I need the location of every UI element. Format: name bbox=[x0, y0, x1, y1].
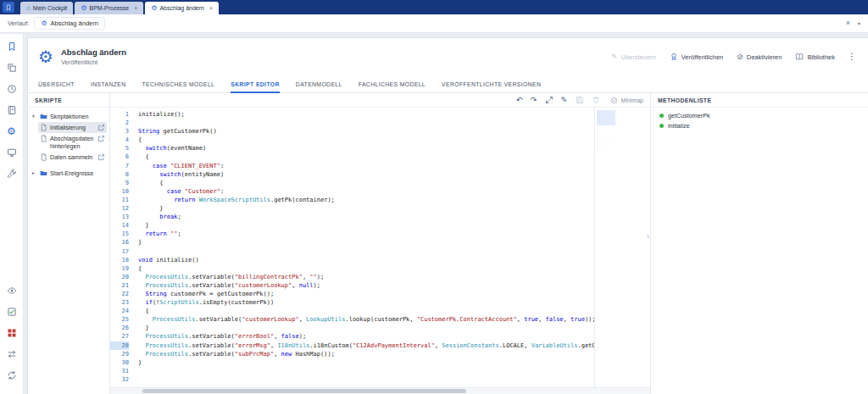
wrench-icon bbox=[7, 169, 17, 179]
line-number: 16 bbox=[110, 238, 129, 247]
section-tab[interactable]: INSTANZEN bbox=[91, 81, 126, 93]
section-tab[interactable]: DATENMODELL bbox=[296, 81, 342, 93]
scripts-panel-title: SKRIPTE bbox=[28, 93, 109, 108]
chev-down-icon: ▾ bbox=[32, 114, 37, 119]
line-number: 4 bbox=[110, 136, 129, 144]
browser-tab-label: Abschlag ändern bbox=[159, 5, 204, 11]
section-tab[interactable]: ÜBERSICHT bbox=[38, 81, 75, 93]
minimap-toggle[interactable]: Minimap bbox=[610, 97, 643, 104]
section-tab[interactable]: VERÖFFENTLICHTE VERSIONEN bbox=[442, 81, 541, 93]
deactivate-button[interactable]: ⊘Deaktivieren bbox=[737, 53, 782, 61]
method-item[interactable]: getCustomerPk bbox=[651, 110, 868, 120]
clock-icon bbox=[7, 84, 17, 94]
redo-icon: ↷ bbox=[531, 96, 537, 104]
code-line bbox=[138, 119, 594, 127]
section-tab[interactable]: TECHNISCHES MODELL bbox=[142, 81, 215, 93]
gear-rail-button[interactable]: ⚙ bbox=[5, 125, 19, 138]
expand-icon bbox=[545, 96, 554, 104]
browser-tab-mein-cockpit[interactable]: ⌂Mein Cockpit bbox=[20, 2, 73, 14]
code-line: { bbox=[138, 307, 594, 315]
tree-item[interactable]: Daten sammeln bbox=[38, 152, 107, 163]
history-bar-actions: × ▾ bbox=[846, 19, 860, 27]
line-number: 9 bbox=[110, 179, 129, 187]
script-editor: ↶↷✎ Minimap 1234567891011121314151617181… bbox=[110, 93, 651, 394]
minimap-viewport bbox=[597, 110, 615, 125]
scrollbar-thumb[interactable] bbox=[142, 389, 466, 393]
tree-folder-label: Start-Ereignisse bbox=[50, 169, 105, 177]
rail-bottom-group bbox=[5, 284, 19, 382]
deactivate-icon: ⊘ bbox=[737, 53, 743, 61]
library-button[interactable]: Bibliothek bbox=[795, 53, 835, 61]
notebook-rail-button[interactable] bbox=[5, 103, 19, 117]
gear-icon: ⚙ bbox=[41, 20, 47, 27]
line-number: 12 bbox=[110, 204, 129, 213]
collapse-panel-handle[interactable]: › bbox=[647, 233, 649, 241]
close-tab-icon[interactable]: × bbox=[134, 5, 137, 11]
close-icon[interactable]: × bbox=[846, 19, 850, 27]
override-button[interactable]: ✎Übersteuern bbox=[611, 53, 656, 61]
expand-button[interactable] bbox=[545, 96, 554, 104]
save-button[interactable] bbox=[576, 96, 584, 104]
copy-rail-button[interactable] bbox=[5, 61, 19, 75]
caret-down-icon[interactable]: ▾ bbox=[858, 21, 860, 26]
line-number: 3 bbox=[110, 127, 129, 136]
editor-code[interactable]: initialize();String getCustomerPk(){ swi… bbox=[133, 108, 594, 394]
close-tab-icon[interactable]: × bbox=[209, 5, 213, 11]
tree-item[interactable]: Abschlagsdaten hinterlegen bbox=[38, 133, 107, 152]
code-line bbox=[138, 247, 594, 256]
tree-item[interactable]: Initialisierung bbox=[38, 122, 107, 133]
method-item[interactable]: initialize bbox=[651, 120, 868, 130]
listcheck-rail-button[interactable] bbox=[5, 305, 19, 319]
monitor-rail-button[interactable] bbox=[5, 146, 19, 159]
tree-folder[interactable]: ▾Skriptaktionen bbox=[31, 111, 107, 122]
code-line: { bbox=[138, 136, 594, 144]
home-icon: ⌂ bbox=[26, 5, 31, 12]
sync-rail-button[interactable] bbox=[5, 369, 19, 382]
more-menu-button[interactable]: ⋮ bbox=[848, 53, 856, 61]
browser-tab-abschlag-aendern[interactable]: ⚙Abschlag ändern× bbox=[145, 2, 219, 14]
minimap[interactable]: initialize();String getCustomerPk(){ swi… bbox=[597, 110, 615, 153]
action-label: Bibliothek bbox=[807, 53, 835, 61]
content-area: SKRIPTE ▾SkriptaktionenInitialisierungAb… bbox=[28, 93, 868, 394]
line-number: 29 bbox=[110, 350, 129, 358]
wrench-rail-button[interactable] bbox=[5, 167, 19, 180]
line-number: 10 bbox=[110, 187, 129, 196]
open-external-icon[interactable] bbox=[97, 153, 105, 161]
bookmark-rail-button[interactable] bbox=[5, 40, 19, 53]
open-external-icon[interactable] bbox=[97, 135, 105, 142]
app-logo bbox=[3, 2, 14, 13]
open-external-icon[interactable] bbox=[97, 124, 105, 131]
tree-folder[interactable]: ▸Start-Ereignisse bbox=[31, 168, 107, 179]
undo-button[interactable]: ↶ bbox=[516, 96, 523, 104]
line-number: 30 bbox=[110, 358, 129, 367]
action-label: Deaktivieren bbox=[747, 53, 782, 61]
tree-item-label: Abschlagsdaten hinterlegen bbox=[50, 135, 95, 150]
section-tab[interactable]: SKRIPT EDITOR bbox=[231, 81, 280, 93]
clock-rail-button[interactable] bbox=[5, 82, 19, 96]
tree-item-label: Initialisierung bbox=[50, 124, 95, 131]
eye-rail-button[interactable] bbox=[5, 284, 19, 297]
grid-rail-button[interactable] bbox=[5, 326, 19, 340]
horizontal-scrollbar[interactable] bbox=[110, 387, 650, 394]
line-number: 32 bbox=[110, 375, 129, 384]
pencil-icon: ✎ bbox=[561, 96, 568, 104]
browser-tab-bpm-prozesse[interactable]: ⚙BPM-Prozesse× bbox=[75, 2, 143, 14]
editor-toolbar: ↶↷✎ Minimap bbox=[110, 93, 650, 108]
code-line: ProcessUtils.setVariable("customerLookup… bbox=[597, 139, 615, 140]
history-item[interactable]: ⚙Abschlag ändern bbox=[34, 17, 104, 30]
section-tab[interactable]: FACHLICHES MODELL bbox=[359, 81, 426, 93]
publish-button[interactable]: Veröffentlichen bbox=[670, 53, 723, 61]
code-line: ProcessUtils.setVariable("customerLookup… bbox=[138, 281, 594, 290]
sync-icon bbox=[7, 370, 17, 380]
browser-tab-bar: ⌂Mein Cockpit⚙BPM-Prozesse×⚙Abschlag änd… bbox=[0, 0, 868, 14]
swap-rail-button[interactable] bbox=[5, 347, 19, 361]
delete-button[interactable] bbox=[592, 96, 600, 104]
pencil-button[interactable]: ✎ bbox=[561, 96, 568, 104]
process-gear-icon: ⚙ bbox=[38, 48, 53, 65]
main-panel: ⚙ Abschlag ändern Veröffentlicht ✎Überst… bbox=[27, 37, 868, 394]
line-number: 17 bbox=[110, 247, 129, 256]
code-line: { bbox=[138, 153, 594, 161]
methods-panel: METHODENLISTE getCustomerPkinitialize bbox=[651, 93, 868, 394]
redo-button[interactable]: ↷ bbox=[531, 96, 537, 104]
code-line: } bbox=[138, 221, 594, 230]
